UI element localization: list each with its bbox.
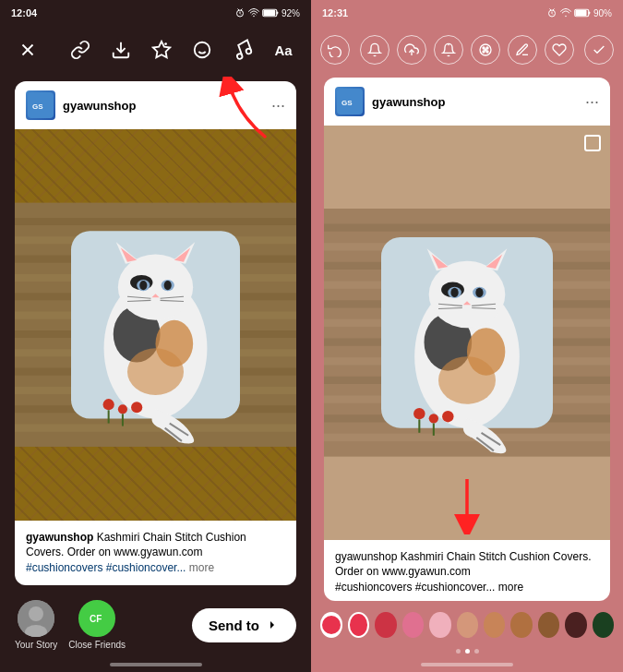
right-caption-more[interactable]: more: [498, 581, 523, 594]
your-story-item[interactable]: Your Story: [15, 600, 57, 650]
color-palette: [311, 605, 623, 645]
color-swatch-3[interactable]: [429, 612, 450, 638]
left-home-bar: [110, 663, 202, 666]
right-home-bar: [421, 663, 513, 666]
stars-icon-button[interactable]: [149, 37, 174, 63]
color-swatch-8[interactable]: [565, 612, 586, 638]
color-swatch-7[interactable]: [538, 612, 559, 638]
svg-line-68: [553, 9, 555, 11]
svg-rect-72: [575, 10, 586, 16]
color-swatch-6[interactable]: [510, 612, 532, 638]
left-time: 12:04: [11, 7, 37, 18]
toolbar-close-area: [15, 37, 41, 63]
right-toolbar-icons: [360, 35, 574, 65]
arrow-up-indicator: [219, 77, 274, 145]
music-icon-button[interactable]: [230, 37, 256, 63]
color-swatch-9[interactable]: [593, 612, 614, 638]
post-image: [15, 129, 296, 521]
draw-icon-button[interactable]: [508, 35, 537, 65]
left-post-card: GS gyawunshop ···: [15, 81, 296, 585]
right-post-caption: gyawunshop Kashmiri Chain Stitch Cushion…: [324, 540, 610, 601]
toolbar-actions: Aa: [67, 37, 296, 63]
svg-point-57: [118, 404, 127, 414]
svg-point-58: [131, 402, 142, 413]
svg-point-69: [565, 16, 567, 18]
svg-point-121: [442, 411, 453, 422]
right-toolbar: [311, 26, 623, 74]
close-button[interactable]: [15, 37, 41, 63]
svg-point-47: [139, 281, 147, 290]
left-home-indicator: [0, 657, 311, 672]
right-home-indicator: [311, 657, 623, 672]
svg-point-101: [429, 261, 506, 328]
color-swatch-4[interactable]: [457, 612, 478, 638]
right-caption-hashtags: #cushioncovers #cushioncover...: [335, 581, 495, 594]
brush-tool[interactable]: [320, 612, 342, 638]
svg-point-111: [475, 288, 483, 297]
palette-icon-button[interactable]: [471, 35, 500, 65]
svg-point-76: [483, 47, 485, 49]
arrow-down-indicator: [444, 479, 490, 538]
color-swatch-5[interactable]: [484, 612, 505, 638]
notification-icon-button[interactable]: [360, 35, 389, 65]
svg-point-80: [485, 49, 486, 51]
svg-point-78: [483, 51, 485, 53]
right-post-avatar: GS: [335, 87, 365, 116]
post-username: gyawunshop: [63, 99, 136, 113]
bell2-icon-button[interactable]: [434, 35, 463, 65]
right-panel: 12:31 90%: [311, 0, 623, 672]
download-icon-button[interactable]: [108, 37, 134, 63]
svg-point-100: [438, 356, 496, 404]
svg-text:GS: GS: [32, 102, 43, 111]
post-avatar: GS: [26, 90, 55, 120]
your-story-label: Your Story: [15, 640, 57, 650]
svg-point-37: [127, 348, 184, 395]
left-status-icons: 92%: [234, 7, 300, 18]
face-icon-button[interactable]: [189, 37, 215, 63]
close-friends-avatar: CF: [78, 600, 115, 637]
svg-line-1: [237, 9, 239, 11]
close-friends-item[interactable]: CF Close Friends: [68, 600, 126, 650]
svg-rect-6: [263, 10, 275, 16]
undo-button[interactable]: [320, 35, 350, 65]
upload-icon-button[interactable]: [397, 35, 426, 65]
left-panel: 12:04 92%: [0, 0, 311, 672]
right-status-icons: 90%: [546, 7, 612, 18]
dot-0: [456, 649, 461, 654]
text-icon-button[interactable]: Aa: [270, 37, 296, 63]
brush-inner: [322, 616, 341, 634]
svg-point-38: [118, 255, 193, 320]
svg-point-62: [29, 606, 43, 621]
color-swatch-1[interactable]: [375, 612, 396, 638]
text-label: Aa: [274, 42, 292, 58]
send-to-button[interactable]: Send to: [192, 608, 296, 642]
caption-more[interactable]: more: [189, 561, 214, 574]
svg-rect-5: [277, 12, 279, 15]
send-to-label: Send to: [209, 618, 259, 633]
right-status-bar: 12:31 90%: [311, 0, 623, 26]
color-swatch-0[interactable]: [348, 612, 369, 638]
right-post-image: [324, 126, 610, 540]
svg-point-120: [429, 414, 438, 423]
svg-point-11: [164, 42, 167, 45]
left-battery: 92%: [282, 8, 300, 18]
dot-1: [465, 649, 470, 654]
post-caption: gyawunshop Kashmiri Chain Stitch Cushion…: [15, 521, 296, 585]
right-battery: 90%: [593, 8, 612, 18]
svg-text:CF: CF: [90, 614, 102, 624]
link-icon-button[interactable]: [67, 37, 93, 63]
svg-point-77: [486, 47, 488, 49]
svg-point-56: [103, 399, 114, 410]
svg-point-79: [486, 51, 488, 53]
svg-rect-71: [589, 12, 591, 15]
select-box[interactable]: [584, 135, 601, 151]
heart-icon-button[interactable]: [545, 35, 574, 65]
left-status-bar: 12:04 92%: [0, 0, 311, 26]
color-swatch-2[interactable]: [402, 612, 424, 638]
right-post-more[interactable]: ···: [585, 93, 599, 110]
left-bottom-bar: Your Story CF Close Friends Send to: [0, 593, 311, 657]
svg-marker-10: [153, 42, 170, 57]
caption-hashtags: #cushioncovers #cushioncover...: [26, 561, 186, 574]
done-check-button[interactable]: [584, 35, 614, 65]
svg-text:GS: GS: [341, 99, 353, 107]
